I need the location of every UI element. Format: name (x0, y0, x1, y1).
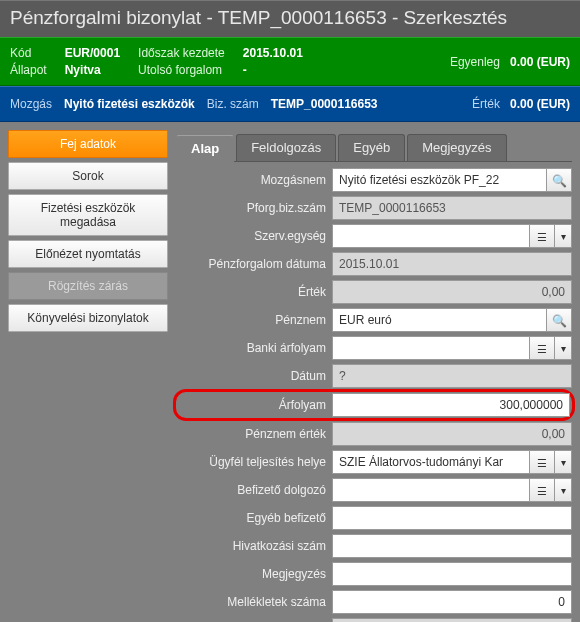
egyeb-befizeto-label: Egyéb befizető (176, 511, 326, 525)
egyenleg-value: 0.00 (EUR) (510, 55, 570, 69)
kerekitesi-field (332, 618, 572, 622)
list-icon (537, 483, 547, 498)
penznem-label: Pénznem (176, 313, 326, 327)
utolso-value: - (243, 63, 247, 77)
datum-field (332, 364, 572, 388)
ugyfel-label: Ügyfél teljesítés helye (176, 455, 326, 469)
szerv-dropdown-button[interactable] (554, 224, 572, 248)
penzforgalom-datum-label: Pénzforgalom dátuma (176, 257, 326, 271)
ugyfel-field[interactable] (332, 450, 530, 474)
summary-bar-green: Kód Állapot EUR/0001 Nyitva Időszak kezd… (0, 37, 580, 86)
idoszak-value: 2015.10.01 (243, 46, 303, 60)
banki-dropdown-button[interactable] (554, 336, 572, 360)
ugyfel-dropdown-button[interactable] (554, 450, 572, 474)
sidebar-fizetesi-eszkozok[interactable]: Fizetési eszközök megadása (8, 194, 168, 236)
tabs: Alap Feldolgozás Egyéb Megjegyzés (176, 134, 572, 162)
penznem-field[interactable] (332, 308, 547, 332)
penznem-search-button[interactable] (546, 308, 572, 332)
summary-bar-blue: Mozgás Nyitó fizetési eszközök Biz. szám… (0, 86, 580, 122)
mozgasnem-field[interactable] (332, 168, 547, 192)
pforg-label: Pforg.biz.szám (176, 201, 326, 215)
window-title: Pénzforgalmi bizonylat - TEMP_0000116653… (0, 0, 580, 37)
befizeto-field[interactable] (332, 478, 530, 502)
allapot-label: Állapot (10, 63, 47, 77)
megjegyzes-label: Megjegyzés (176, 567, 326, 581)
tab-megjegyzes[interactable]: Megjegyzés (407, 134, 506, 161)
list-icon (537, 229, 547, 244)
mellekletek-field[interactable] (332, 590, 572, 614)
hivatkozasi-szam-field[interactable] (332, 534, 572, 558)
sidebar-konyvelesi-bizonylatok[interactable]: Könyvelési bizonylatok (8, 304, 168, 332)
allapot-value: Nyitva (65, 63, 101, 77)
form: Mozgásnem Pforg.biz.szám Szerv.egység (176, 168, 572, 622)
mozgasnem-label: Mozgásnem (176, 173, 326, 187)
ertek-form-label: Érték (176, 285, 326, 299)
chevron-down-icon (561, 343, 566, 354)
list-icon (537, 341, 547, 356)
search-icon (552, 173, 567, 188)
sidebar-fej-adatok[interactable]: Fej adatok (8, 130, 168, 158)
tab-egyeb[interactable]: Egyéb (338, 134, 405, 161)
ertek-value: 0.00 (EUR) (510, 97, 570, 111)
bizszam-value: TEMP_0000116653 (271, 97, 378, 111)
chevron-down-icon (561, 485, 566, 496)
penznem-ertek-label: Pénznem érték (176, 427, 326, 441)
sidebar: Fej adatok Sorok Fizetési eszközök megad… (8, 130, 168, 622)
datum-label: Dátum (176, 369, 326, 383)
penzforgalom-datum-field (332, 252, 572, 276)
mozgasnem-search-button[interactable] (546, 168, 572, 192)
tab-alap[interactable]: Alap (176, 135, 234, 162)
sidebar-sorok[interactable]: Sorok (8, 162, 168, 190)
list-icon (537, 455, 547, 470)
arfolyam-field[interactable] (332, 393, 570, 417)
egyenleg-label: Egyenleg (450, 55, 500, 69)
ertek-form-field (332, 280, 572, 304)
mozgas-label: Mozgás (10, 97, 52, 111)
befizeto-dropdown-button[interactable] (554, 478, 572, 502)
mozgas-value: Nyitó fizetési eszközök (64, 97, 195, 111)
penznem-ertek-field (332, 422, 572, 446)
search-icon (552, 313, 567, 328)
egyeb-befizeto-field[interactable] (332, 506, 572, 530)
arfolyam-label: Árfolyam (176, 398, 326, 412)
szerv-list-button[interactable] (529, 224, 555, 248)
megjegyzes-field[interactable] (332, 562, 572, 586)
pforg-field (332, 196, 572, 220)
szerv-label: Szerv.egység (176, 229, 326, 243)
bizszam-label: Biz. szám (207, 97, 259, 111)
sidebar-elonezet-nyomtatas[interactable]: Előnézet nyomtatás (8, 240, 168, 268)
utolso-label: Utolsó forgalom (138, 63, 222, 77)
chevron-down-icon (561, 231, 566, 242)
banki-list-button[interactable] (529, 336, 555, 360)
kod-value: EUR/0001 (65, 46, 120, 60)
chevron-down-icon (561, 457, 566, 468)
kod-label: Kód (10, 46, 31, 60)
ertek-label: Érték (472, 97, 500, 111)
ugyfel-list-button[interactable] (529, 450, 555, 474)
szerv-field[interactable] (332, 224, 530, 248)
hivatkozasi-szam-label: Hivatkozási szám (176, 539, 326, 553)
sidebar-rogzites-zaras: Rögzítés zárás (8, 272, 168, 300)
tab-feldolgozas[interactable]: Feldolgozás (236, 134, 336, 161)
idoszak-label: Időszak kezdete (138, 46, 225, 60)
befizeto-list-button[interactable] (529, 478, 555, 502)
banki-arfolyam-field[interactable] (332, 336, 530, 360)
befizeto-label: Befizető dolgozó (176, 483, 326, 497)
banki-arfolyam-label: Banki árfolyam (176, 341, 326, 355)
mellekletek-label: Mellékletek száma (176, 595, 326, 609)
